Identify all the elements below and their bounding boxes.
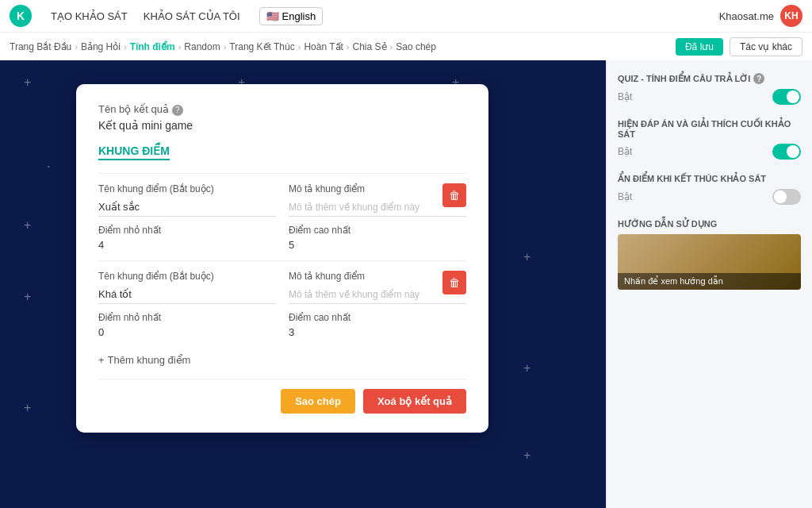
breadcrumb-complete[interactable]: Hoàn Tất — [304, 41, 343, 52]
breadcrumb-sep-1: › — [75, 42, 78, 52]
frame-min-val-1: 4 — [98, 239, 276, 251]
breadcrumb-random[interactable]: Random — [184, 41, 220, 52]
breadcrumb-result-page[interactable]: Trang Kết Thúc — [229, 41, 294, 52]
breadcrumb-sep-7: › — [390, 42, 393, 52]
site-name: Khaosat.me — [719, 10, 774, 22]
show-answer-sub: Bật — [618, 146, 632, 157]
star-7: + — [24, 219, 31, 232]
breadcrumb-questions[interactable]: Bảng Hỏi — [81, 41, 121, 52]
quiz-info-icon[interactable]: ? — [753, 73, 764, 84]
frame-max-label-2: Điểm cao nhất — [289, 312, 466, 323]
breadcrumb-actions: Đã lưu Tác vụ khác — [676, 37, 802, 56]
frame-score-row-1: Điểm nhỏ nhất 4 Điểm cao nhất 5 — [98, 225, 466, 251]
show-answer-toggle[interactable] — [772, 144, 801, 160]
frame-desc-input-1[interactable] — [289, 198, 466, 217]
guide-image[interactable]: Nhấn để xem hướng dẫn — [618, 234, 801, 290]
frame-name-field-2: Tên khung điểm (Bắt buộc) — [98, 271, 276, 304]
hide-score-toggle-knob — [774, 190, 787, 203]
main-area: + + + • • • + + + + + + • • 1 + Tên bộ k… — [0, 60, 812, 508]
breadcrumb: Trang Bắt Đầu › Bảng Hỏi › Tính điểm › R… — [0, 32, 812, 60]
breadcrumb-sep-6: › — [347, 42, 350, 52]
quiz-section: QUIZ - TÍNH ĐIỂM CÂU TRẢ LỜI ? Bật — [618, 73, 801, 105]
task-button[interactable]: Tác vụ khác — [730, 37, 802, 56]
canvas: + + + • • • + + + + + + • • 1 + Tên bộ k… — [0, 60, 606, 508]
frame-row-1: Tên khung điểm (Bắt buộc) Mô tả khung đi… — [98, 173, 466, 251]
guide-overlay-text: Nhấn để xem hướng dẫn — [618, 273, 801, 290]
delete-frame-2-button[interactable]: 🗑 — [442, 271, 466, 294]
result-name-label-text: Tên bộ kết quả ? — [98, 103, 466, 116]
save-button[interactable]: Đã lưu — [676, 38, 723, 56]
show-answer-toggle-row: Bật — [618, 144, 801, 160]
breadcrumb-sep-3: › — [178, 42, 182, 52]
nav-my-survey[interactable]: KHẢO SÁT CỦA TÔI — [137, 7, 247, 25]
star-dot1: • — [48, 164, 50, 170]
hide-score-sub: Bật — [618, 191, 632, 202]
star-1: + — [24, 76, 31, 89]
language-label: English — [282, 10, 316, 22]
frame-row-2: Tên khung điểm (Bắt buộc) Mô tả khung đi… — [98, 260, 466, 338]
frame-min-label-1: Điểm nhỏ nhất — [98, 225, 276, 236]
result-name-value: Kết quả mini game — [98, 119, 466, 132]
breadcrumb-sep-5: › — [298, 42, 301, 52]
breadcrumb-copy[interactable]: Sao chép — [396, 41, 436, 52]
frame-max-2: Điểm cao nhất 3 — [289, 312, 466, 338]
frame-name-input-2[interactable] — [98, 285, 276, 304]
header: K TẠO KHẢO SÁT KHẢO SÁT CỦA TÔI 🇺🇸 Engli… — [0, 0, 812, 32]
right-panel: QUIZ - TÍNH ĐIỂM CÂU TRẢ LỜI ? Bật HIỆN … — [606, 60, 812, 508]
frame-max-val-1: 5 — [289, 239, 466, 251]
user-avatar[interactable]: KH — [780, 5, 802, 27]
frame-max-label-1: Điểm cao nhất — [289, 225, 466, 236]
star-12: + — [523, 449, 530, 462]
delete-result-button[interactable]: Xoá bộ kết quả — [363, 389, 466, 414]
hide-score-label: ẨN ĐIỂM KHI KẾT THÚC KHẢO SÁT — [618, 174, 801, 184]
frame-desc-label-2: Mô tả khung điểm — [289, 271, 466, 282]
breadcrumb-scoring[interactable]: Tính điểm — [130, 41, 175, 52]
add-frame-label: Thêm khung điểm — [108, 354, 191, 366]
hide-score-toggle[interactable] — [772, 189, 801, 205]
frame-min-label-2: Điểm nhỏ nhất — [98, 312, 276, 323]
frame-min-1: Điểm nhỏ nhất 4 — [98, 225, 276, 251]
delete-frame-1-button[interactable]: 🗑 — [442, 183, 466, 207]
guide-label: HƯỚNG DẪN SỬ DỤNG — [618, 219, 801, 229]
quiz-sub: Bật — [618, 91, 632, 102]
frame-min-2: Điểm nhỏ nhất 0 — [98, 312, 276, 338]
frame-desc-label-1: Mô tả khung điểm — [289, 183, 466, 194]
breadcrumb-sep-4: › — [224, 42, 227, 52]
copy-button[interactable]: Sao chép — [281, 389, 355, 414]
quiz-label: QUIZ - TÍNH ĐIỂM CÂU TRẢ LỜI ? — [618, 73, 801, 84]
flag-icon: 🇺🇸 — [266, 10, 279, 22]
header-right: Khaosat.me KH — [719, 5, 802, 27]
khung-diem-title: KHUNG ĐIỂM — [98, 144, 170, 160]
quiz-toggle[interactable] — [772, 89, 801, 105]
frame-fields-1: Tên khung điểm (Bắt buộc) Mô tả khung đi… — [98, 183, 466, 217]
frame-max-1: Điểm cao nhất 5 — [289, 225, 466, 251]
breadcrumb-start[interactable]: Trang Bắt Đầu — [10, 41, 71, 52]
star-9: + — [24, 291, 31, 303]
quiz-toggle-row: Bật — [618, 89, 801, 105]
show-answer-toggle-knob — [787, 145, 799, 158]
logo: K — [10, 5, 32, 27]
frame-desc-field-2: Mô tả khung điểm — [289, 271, 466, 304]
frame-desc-input-2[interactable] — [289, 285, 466, 304]
frame-name-label-2: Tên khung điểm (Bắt buộc) — [98, 271, 276, 282]
hide-score-section: ẨN ĐIỂM KHI KẾT THÚC KHẢO SÁT Bật — [618, 174, 801, 205]
language-selector[interactable]: 🇺🇸 English — [259, 7, 324, 25]
show-answer-label: HIỆN ĐÁP ÁN VÀ GIẢI THÍCH CUỐI KHẢO SÁT — [618, 119, 801, 139]
frame-desc-field-1: Mô tả khung điểm — [289, 183, 466, 217]
hide-score-toggle-row: Bật — [618, 189, 801, 205]
frame-fields-2: Tên khung điểm (Bắt buộc) Mô tả khung đi… — [98, 271, 466, 304]
breadcrumb-share[interactable]: Chia Sẻ — [353, 41, 387, 52]
guide-section: HƯỚNG DẪN SỬ DỤNG Nhấn để xem hướng dẫn — [618, 219, 801, 290]
star-10: + — [523, 362, 530, 375]
frame-name-input-1[interactable] — [98, 198, 276, 217]
nav-create-survey[interactable]: TẠO KHẢO SÁT — [44, 7, 134, 25]
star-11: + — [24, 402, 31, 414]
modal-footer: Sao chép Xoá bộ kết quả — [98, 379, 466, 414]
breadcrumb-sep-2: › — [124, 42, 127, 52]
show-answer-section: HIỆN ĐÁP ÁN VÀ GIẢI THÍCH CUỐI KHẢO SÁT … — [618, 119, 801, 160]
star-8: + — [523, 251, 530, 264]
add-frame-link[interactable]: + Thêm khung điểm — [98, 354, 190, 366]
frame-max-val-2: 3 — [289, 326, 466, 338]
frame-min-val-2: 0 — [98, 326, 276, 338]
result-name-info-icon[interactable]: ? — [172, 105, 183, 116]
